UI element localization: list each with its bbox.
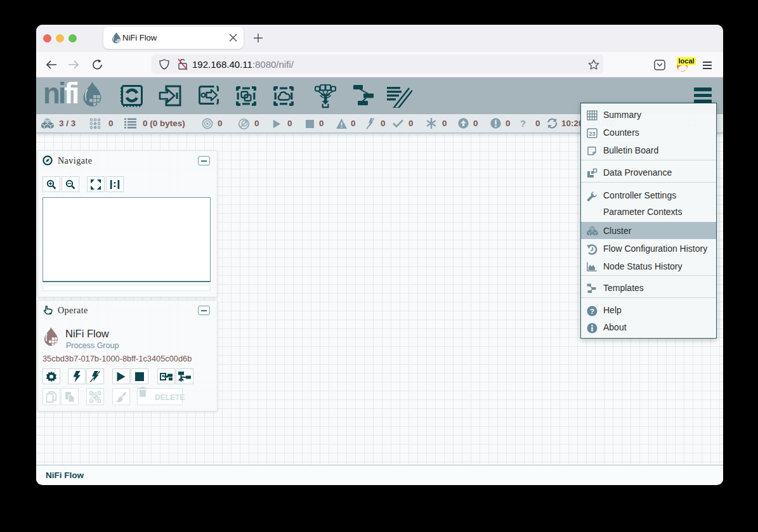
svg-text:?: ?: [590, 308, 594, 315]
svg-text:23: 23: [589, 131, 595, 137]
